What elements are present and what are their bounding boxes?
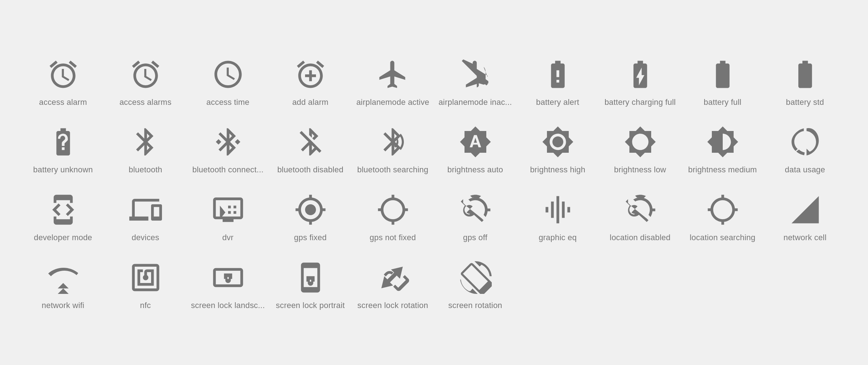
icon-grid: access alarm access alarms access time a… [0,33,868,332]
location-searching-icon [706,193,739,226]
battery-charging-full-icon [624,58,657,91]
graphic-eq-label: graphic eq [539,233,577,243]
access-time-label: access time [206,97,249,108]
icon-cell-battery-std: battery std [764,47,846,115]
data-usage-icon [789,126,822,158]
screen-lock-landscape-icon [212,261,244,294]
brightness-high-icon [542,126,574,158]
icon-cell-bluetooth-searching: bluetooth searching [352,115,434,182]
bluetooth-searching-icon [377,126,409,158]
icon-cell-add-alarm: add alarm [269,47,352,115]
developer-mode-icon [47,193,80,226]
bluetooth-searching-label: bluetooth searching [357,165,429,175]
devices-icon [129,193,162,226]
icon-cell-location-disabled: location disabled [599,182,681,250]
battery-std-icon [789,58,822,91]
add-alarm-label: add alarm [292,97,329,108]
network-wifi-icon [47,261,80,294]
icon-cell-developer-mode: developer mode [22,182,104,250]
battery-alert-icon [542,58,574,91]
dvr-label: dvr [222,233,234,243]
icon-cell-airplanemode-active: airplanemode active [352,47,434,115]
network-cell-icon [789,193,822,226]
airplanemode-inactive-icon [459,58,492,91]
brightness-high-label: brightness high [530,165,585,175]
gps-off-icon [459,193,492,226]
icon-cell-network-cell: network cell [764,182,846,250]
icon-cell-bluetooth-connected: bluetooth connect... [187,115,269,182]
icon-cell-brightness-high: brightness high [516,115,599,182]
dvr-icon [212,193,244,226]
icon-cell-brightness-low: brightness low [599,115,681,182]
icon-cell-screen-lock-landscape: screen lock landsc... [187,250,269,318]
icon-cell-dvr: dvr [187,182,269,250]
access-alarms-icon [129,58,162,91]
screen-rotation-icon [459,261,492,294]
gps-fixed-label: gps fixed [294,233,327,243]
access-alarm-label: access alarm [39,97,87,108]
battery-charging-full-label: battery charging full [604,97,676,108]
network-wifi-label: network wifi [42,300,84,311]
brightness-low-icon [624,126,657,158]
bluetooth-icon [129,126,162,158]
nfc-label: nfc [140,300,151,311]
screen-lock-landscape-label: screen lock landsc... [191,300,265,311]
icon-cell-data-usage: data usage [764,115,846,182]
developer-mode-label: developer mode [34,233,92,243]
bluetooth-disabled-label: bluetooth disabled [277,165,343,175]
icon-cell-gps-fixed: gps fixed [269,182,352,250]
bluetooth-connected-icon [212,126,244,158]
airplanemode-active-label: airplanemode active [356,97,429,108]
icon-cell-screen-lock-rotation: screen lock rotation [352,250,434,318]
icon-cell-devices: devices [104,182,187,250]
icon-cell-access-time: access time [187,47,269,115]
icon-cell-gps-off: gps off [434,182,516,250]
battery-unknown-icon [47,126,80,158]
access-alarms-label: access alarms [119,97,171,108]
brightness-medium-icon [706,126,739,158]
devices-label: devices [132,233,159,243]
battery-unknown-label: battery unknown [33,165,93,175]
battery-full-label: battery full [704,97,742,108]
screen-lock-portrait-label: screen lock portrait [276,300,345,311]
gps-not-fixed-icon [377,193,409,226]
icon-cell-graphic-eq: graphic eq [516,182,599,250]
brightness-auto-icon [459,126,492,158]
icon-cell-access-alarms: access alarms [104,47,187,115]
location-disabled-icon [624,193,657,226]
gps-not-fixed-label: gps not fixed [370,233,416,243]
screen-lock-rotation-label: screen lock rotation [357,300,428,311]
icon-cell-battery-charging-full: battery charging full [599,47,681,115]
brightness-auto-label: brightness auto [447,165,503,175]
airplanemode-inactive-label: airplanemode inac... [438,97,512,108]
icon-cell-battery-alert: battery alert [516,47,599,115]
icon-cell-battery-full: battery full [681,47,764,115]
battery-full-icon [706,58,739,91]
icon-cell-battery-unknown: battery unknown [22,115,104,182]
icon-cell-bluetooth-disabled: bluetooth disabled [269,115,352,182]
icon-cell-brightness-auto: brightness auto [434,115,516,182]
battery-std-label: battery std [786,97,824,108]
add-alarm-icon [294,58,327,91]
icon-cell-nfc: nfc [104,250,187,318]
icon-cell-gps-not-fixed: gps not fixed [352,182,434,250]
battery-alert-label: battery alert [536,97,579,108]
screen-rotation-label: screen rotation [448,300,502,311]
gps-fixed-icon [294,193,327,226]
network-cell-label: network cell [783,233,827,243]
icon-cell-network-wifi: network wifi [22,250,104,318]
bluetooth-connected-label: bluetooth connect... [192,165,263,175]
data-usage-label: data usage [785,165,825,175]
icon-cell-screen-rotation: screen rotation [434,250,516,318]
bluetooth-disabled-icon [294,126,327,158]
location-disabled-label: location disabled [610,233,670,243]
icon-cell-bluetooth: bluetooth [104,115,187,182]
icon-cell-access-alarm: access alarm [22,47,104,115]
access-alarm-icon [47,58,80,91]
brightness-medium-label: brightness medium [688,165,757,175]
icon-cell-airplanemode-inactive: airplanemode inac... [434,47,516,115]
screen-lock-portrait-icon [294,261,327,294]
airplanemode-active-icon [377,58,409,91]
graphic-eq-icon [542,193,574,226]
icon-cell-brightness-medium: brightness medium [681,115,764,182]
